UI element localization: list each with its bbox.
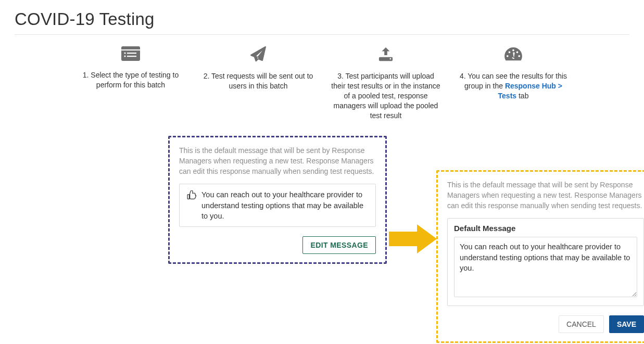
preview-description: This is the default message that will be… xyxy=(179,146,376,176)
upload-icon xyxy=(331,46,441,62)
list-card-icon xyxy=(75,46,186,61)
paper-plane-icon xyxy=(203,46,314,62)
step-1-text: 1. Select the type of testing to perform… xyxy=(75,70,186,90)
svg-rect-1 xyxy=(121,49,140,50)
step-3-text: 3. Test participants will upload their t… xyxy=(331,71,441,120)
default-message-label: Default Message xyxy=(454,224,637,233)
thumbs-up-icon xyxy=(187,190,196,202)
step-1: 1. Select the type of testing to perform… xyxy=(72,46,190,120)
svg-rect-5 xyxy=(127,56,136,57)
svg-point-2 xyxy=(124,52,125,54)
svg-rect-3 xyxy=(127,53,136,54)
default-message-text: You can reach out to your healthcare pro… xyxy=(201,189,368,221)
svg-marker-6 xyxy=(389,224,437,253)
default-message-textarea[interactable] xyxy=(454,237,637,297)
edit-message-button[interactable]: EDIT MESSAGE xyxy=(302,236,376,254)
dashboard-gauge-icon xyxy=(458,46,569,62)
divider xyxy=(15,34,629,35)
step-2: 2. Test requests will be sent out to use… xyxy=(200,46,317,120)
steps-row: 1. Select the type of testing to perform… xyxy=(72,46,572,120)
lower-area: This is the default message that will be… xyxy=(15,136,629,334)
edit-description: This is the default message that will be… xyxy=(447,180,644,211)
default-message-box: You can reach out to your healthcare pro… xyxy=(179,184,376,227)
default-message-preview-callout: This is the default message that will be… xyxy=(168,136,387,264)
edit-message-panel: Default Message xyxy=(447,218,644,306)
save-button[interactable]: SAVE xyxy=(609,315,644,333)
arrow-icon xyxy=(389,224,437,253)
step-3: 3. Test participants will upload their t… xyxy=(327,46,445,120)
step-4-text: 4. You can see the results for this grou… xyxy=(458,71,569,101)
page-title: COVID-19 Testing xyxy=(15,9,629,29)
step-4-suffix: tab xyxy=(516,92,528,100)
cancel-button[interactable]: CANCEL xyxy=(559,315,604,333)
step-4: 4. You can see the results for this grou… xyxy=(455,46,572,120)
default-message-edit-callout: This is the default message that will be… xyxy=(436,170,644,343)
svg-point-4 xyxy=(124,55,125,57)
response-hub-tests-link[interactable]: Response Hub > Tests xyxy=(498,82,562,100)
step-2-text: 2. Test requests will be sent out to use… xyxy=(203,71,314,91)
